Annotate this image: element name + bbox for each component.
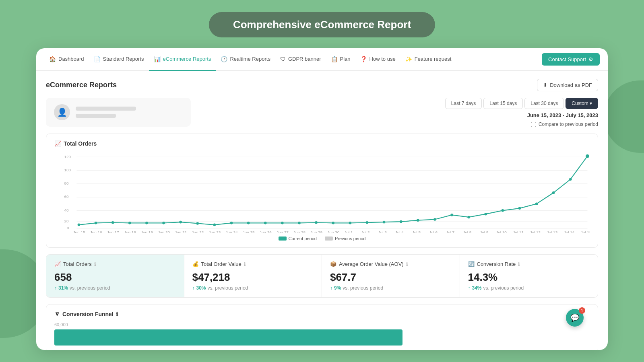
home-icon: 🏠 <box>49 56 56 62</box>
metric-total-orders-change: ↑ 31% vs. previous period <box>54 285 176 291</box>
svg-text:Jul 7: Jul 7 <box>446 230 455 233</box>
download-pdf-button[interactable]: ⬇ Download as PDF <box>537 79 598 91</box>
svg-text:Jun 30: Jun 30 <box>327 230 339 233</box>
svg-text:Jun 21: Jun 21 <box>175 230 187 233</box>
metric-total-order-value-change: ↑ 30% vs. previous period <box>192 285 314 291</box>
svg-text:Jun 26: Jun 26 <box>260 230 272 233</box>
navigation: 🏠 Dashboard 📄 Standard Reports 📊 eCommer… <box>36 48 608 71</box>
custom-button[interactable]: Custom ▾ <box>566 98 598 109</box>
metric-conversion-rate-change: ↑ 34% vs. previous period <box>468 285 590 291</box>
svg-point-42 <box>552 191 555 194</box>
svg-text:Jul 11: Jul 11 <box>513 230 524 233</box>
conversion-icon: 🔄 <box>468 261 475 267</box>
nav-item-realtime-reports[interactable]: 🕐 Realtime Reports <box>216 48 275 71</box>
chat-icon: 💬 <box>570 313 579 322</box>
funnel-title: ⛛ Conversion Funnel ℹ <box>54 311 590 317</box>
question-icon: ❓ <box>360 56 367 62</box>
last-7-days-button[interactable]: Last 7 days <box>445 98 482 109</box>
funnel-bar <box>54 329 402 346</box>
user-info <box>76 107 136 118</box>
svg-point-26 <box>281 222 284 224</box>
metric-total-order-value-header: 💰 Total Order Value ℹ <box>192 261 314 267</box>
chart-svg: 120 100 80 60 40 20 0 <box>54 152 590 233</box>
funnel-y-label: 60,000 <box>54 322 590 327</box>
svg-point-27 <box>298 222 301 224</box>
svg-point-40 <box>518 207 521 210</box>
metric-total-orders-value: 658 <box>54 271 176 284</box>
conversion-funnel-section: ⛛ Conversion Funnel ℹ 60,000 <box>46 304 598 350</box>
legend-previous: Previous period <box>325 236 365 241</box>
compare-checkbox-input[interactable] <box>531 122 536 127</box>
last-15-days-button[interactable]: Last 15 days <box>483 98 523 109</box>
page-header-bar: Comprehensive eCommerce Report <box>209 12 435 37</box>
nav-item-ecommerce-reports[interactable]: 📊 eCommerce Reports <box>149 48 216 71</box>
metric-aov[interactable]: 📦 Average Order Value (AOV) ℹ $67.7 ↑ 9%… <box>322 255 460 297</box>
nav-item-how-to-use[interactable]: ❓ How to use <box>355 48 400 71</box>
metric-conversion-rate[interactable]: 🔄 Conversion Rate ℹ 14.3% ↑ 34% vs. prev… <box>460 255 598 297</box>
svg-text:Jun 23: Jun 23 <box>208 230 221 233</box>
metric-conversion-rate-header: 🔄 Conversion Rate ℹ <box>468 261 590 267</box>
orders-icon: 📈 <box>54 261 61 267</box>
svg-text:80: 80 <box>64 181 69 185</box>
date-filter-area: Last 7 days Last 15 days Last 30 days Cu… <box>445 98 598 127</box>
info-icon-conversion: ℹ <box>518 261 520 267</box>
legend-previous-dot <box>325 237 333 241</box>
svg-point-31 <box>366 221 369 224</box>
up-arrow-icon-3: ↑ <box>330 285 332 291</box>
total-orders-chart-card: 📈 Total Orders 120 100 80 60 40 20 0 <box>46 134 598 248</box>
page-header: eCommerce Reports ⬇ Download as PDF <box>46 79 598 91</box>
value-icon: 💰 <box>192 261 199 267</box>
nav-item-plan[interactable]: 📋 Plan <box>326 48 355 71</box>
up-arrow-icon-4: ↑ <box>468 285 471 291</box>
info-icon-aov: ℹ <box>406 261 408 267</box>
svg-text:0: 0 <box>67 226 69 230</box>
svg-text:Jun 20: Jun 20 <box>158 230 170 233</box>
chat-button[interactable]: 💬 1 <box>566 309 584 327</box>
svg-point-19 <box>162 222 165 224</box>
svg-text:100: 100 <box>64 168 71 172</box>
svg-point-41 <box>535 202 538 205</box>
svg-point-44 <box>586 154 589 158</box>
svg-point-33 <box>400 220 402 223</box>
skeleton-line-1 <box>76 107 136 111</box>
svg-point-29 <box>332 222 334 224</box>
funnel-icon: ⛛ <box>54 311 60 317</box>
metrics-row: 📈 Total Orders ℹ 658 ↑ 31% vs. previous … <box>46 254 598 298</box>
nav-item-gdpr-banner[interactable]: 🛡 GDPR banner <box>275 48 326 71</box>
last-30-days-button[interactable]: Last 30 days <box>524 98 564 109</box>
metric-aov-header: 📦 Average Order Value (AOV) ℹ <box>330 261 452 267</box>
svg-text:Jul 10: Jul 10 <box>496 230 507 233</box>
section-title: eCommerce Reports <box>46 81 117 89</box>
user-card: 👤 <box>46 98 191 127</box>
contact-support-button[interactable]: Contact Support ⚙ <box>542 53 600 66</box>
nav-item-feature-request[interactable]: ✨ Feature request <box>400 48 456 71</box>
svg-text:Jul 2: Jul 2 <box>361 230 370 233</box>
svg-point-39 <box>502 209 504 212</box>
svg-text:Jun 24: Jun 24 <box>226 230 238 233</box>
document-icon: 📄 <box>94 56 101 62</box>
svg-point-15 <box>95 222 97 224</box>
svg-point-20 <box>179 221 182 224</box>
svg-point-43 <box>569 178 572 181</box>
svg-text:Jun 15: Jun 15 <box>73 230 85 233</box>
svg-text:120: 120 <box>64 154 71 159</box>
metric-total-orders[interactable]: 📈 Total Orders ℹ 658 ↑ 31% vs. previous … <box>46 255 184 297</box>
svg-text:Jun 27: Jun 27 <box>277 230 289 233</box>
svg-point-21 <box>196 222 199 225</box>
svg-text:60: 60 <box>64 194 69 199</box>
nav-item-dashboard[interactable]: 🏠 Dashboard <box>44 48 89 71</box>
svg-text:Jul 4: Jul 4 <box>395 230 404 233</box>
dropdown-icon: ▾ <box>590 101 592 106</box>
period-buttons: Last 7 days Last 15 days Last 30 days Cu… <box>445 98 598 109</box>
metric-aov-change: ↑ 9% vs. previous period <box>330 285 452 291</box>
svg-text:Jul 13: Jul 13 <box>547 230 558 233</box>
chat-badge: 1 <box>579 307 585 314</box>
aov-icon: 📦 <box>330 261 336 267</box>
svg-point-14 <box>78 223 80 226</box>
filter-section: 👤 Last 7 days Last 15 days L <box>46 98 598 127</box>
svg-text:Jun 28: Jun 28 <box>293 230 305 233</box>
metric-total-order-value[interactable]: 💰 Total Order Value ℹ $47,218 ↑ 30% vs. … <box>184 255 322 297</box>
nav-item-standard-reports[interactable]: 📄 Standard Reports <box>89 48 149 71</box>
date-range-display: June 15, 2023 - July 15, 2023 <box>527 112 598 118</box>
clipboard-icon: 📋 <box>331 56 338 62</box>
